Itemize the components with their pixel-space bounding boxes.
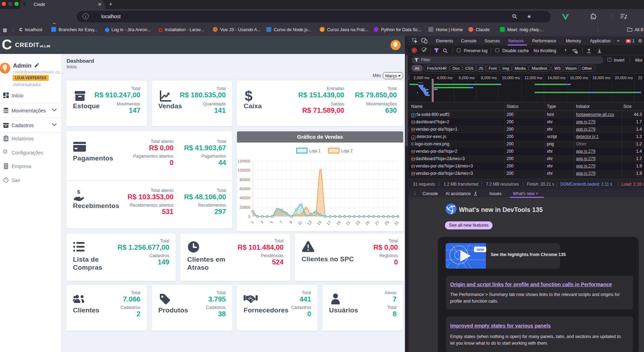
svg-text:120000: 120000 bbox=[237, 159, 250, 163]
svg-text:25: 25 bbox=[364, 220, 370, 226]
svg-text:3: 3 bbox=[259, 220, 264, 225]
svg-text:9: 9 bbox=[289, 220, 293, 225]
svg-text:100000: 100000 bbox=[237, 168, 250, 172]
svg-text:19: 19 bbox=[335, 220, 341, 226]
svg-text:Loja 2: Loja 2 bbox=[341, 149, 353, 153]
svg-text:15: 15 bbox=[316, 220, 322, 226]
svg-text:31: 31 bbox=[393, 220, 399, 226]
svg-text:80000: 80000 bbox=[239, 178, 250, 182]
svg-text:Loja 1: Loja 1 bbox=[309, 149, 321, 153]
svg-text:17: 17 bbox=[326, 220, 332, 226]
svg-text:13: 13 bbox=[306, 220, 312, 226]
svg-text:11: 11 bbox=[297, 220, 303, 226]
svg-text:$: $ bbox=[77, 189, 80, 195]
svg-text:1: 1 bbox=[250, 220, 255, 225]
svg-text:23: 23 bbox=[355, 220, 361, 226]
svg-text:60000: 60000 bbox=[239, 187, 250, 191]
svg-text:0: 0 bbox=[248, 214, 250, 219]
svg-text:21: 21 bbox=[345, 220, 351, 226]
svg-text:7: 7 bbox=[279, 220, 283, 225]
svg-text:20000: 20000 bbox=[239, 205, 250, 209]
svg-text:40000: 40000 bbox=[239, 196, 250, 200]
svg-text:27: 27 bbox=[374, 220, 380, 226]
svg-text:5: 5 bbox=[269, 220, 274, 225]
svg-text:29: 29 bbox=[384, 220, 390, 226]
